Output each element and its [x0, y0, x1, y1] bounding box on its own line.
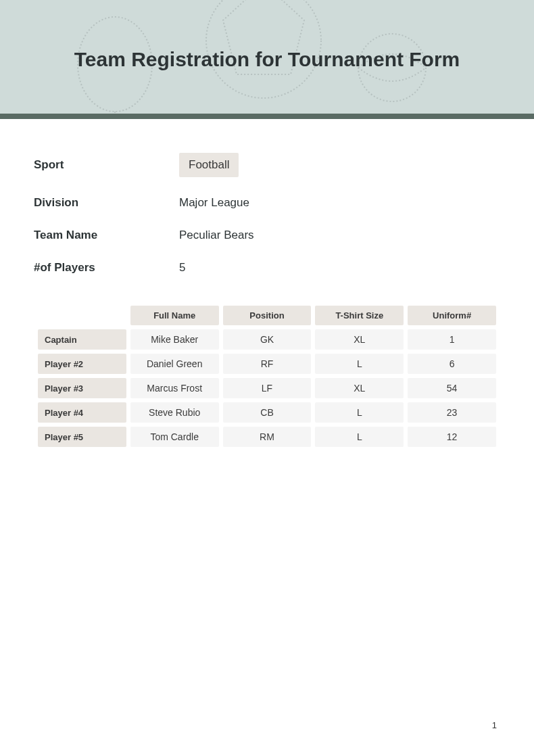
sport-label: Sport — [34, 158, 179, 172]
players-count-value: 5 — [179, 261, 185, 275]
field-players-count: #of Players 5 — [34, 261, 500, 275]
table-row: Player #4 Steve Rubio CB L 23 — [38, 402, 496, 423]
cell-position: CB — [223, 402, 312, 423]
cell-tshirt-size: XL — [315, 329, 404, 350]
table-header-tshirt-size: T-Shirt Size — [315, 306, 404, 325]
header-banner: Team Registration for Tournament Form — [0, 0, 534, 119]
field-sport: Sport Football — [34, 153, 500, 177]
table-row: Captain Mike Baker GK XL 1 — [38, 329, 496, 350]
sport-value-chip: Football — [179, 153, 239, 177]
division-label: Division — [34, 196, 179, 210]
table-header-full-name: Full Name — [130, 306, 219, 325]
table-header-row: Full Name Position T-Shirt Size Uniform# — [38, 306, 496, 325]
cell-full-name: Daniel Green — [130, 354, 219, 374]
cell-uniform: 6 — [408, 354, 496, 374]
team-name-value: Peculiar Bears — [179, 229, 254, 242]
cell-tshirt-size: L — [315, 354, 404, 374]
cell-full-name: Steve Rubio — [130, 402, 219, 423]
row-label: Captain — [38, 329, 126, 350]
cell-full-name: Marcus Frost — [130, 378, 219, 398]
cell-position: LF — [223, 378, 312, 398]
field-team-name: Team Name Peculiar Bears — [34, 229, 500, 242]
table-header-position: Position — [223, 306, 312, 325]
cell-position: GK — [223, 329, 312, 350]
team-name-label: Team Name — [34, 229, 179, 242]
row-label: Player #2 — [38, 354, 126, 374]
cell-position: RM — [223, 427, 312, 447]
cell-position: RF — [223, 354, 312, 374]
cell-uniform: 23 — [408, 402, 496, 423]
table-row: Player #3 Marcus Frost LF XL 54 — [38, 378, 496, 398]
division-value: Major League — [179, 196, 249, 210]
table-body: Captain Mike Baker GK XL 1 Player #2 Dan… — [38, 329, 496, 447]
cell-uniform: 1 — [408, 329, 496, 350]
cell-tshirt-size: L — [315, 402, 404, 423]
table-header-empty — [38, 306, 126, 325]
table-header-uniform: Uniform# — [408, 306, 496, 325]
cell-full-name: Mike Baker — [130, 329, 219, 350]
cell-uniform: 12 — [408, 427, 496, 447]
page-title: Team Registration for Tournament Form — [74, 48, 460, 71]
cell-full-name: Tom Cardle — [130, 427, 219, 447]
cell-uniform: 54 — [408, 378, 496, 398]
row-label: Player #3 — [38, 378, 126, 398]
field-division: Division Major League — [34, 196, 500, 210]
row-label: Player #5 — [38, 427, 126, 447]
table-row: Player #2 Daniel Green RF L 6 — [38, 354, 496, 374]
row-label: Player #4 — [38, 402, 126, 423]
form-content: Sport Football Division Major League Tea… — [0, 119, 534, 451]
table-row: Player #5 Tom Cardle RM L 12 — [38, 427, 496, 447]
players-table: Full Name Position T-Shirt Size Uniform#… — [34, 302, 500, 451]
players-count-label: #of Players — [34, 261, 179, 275]
cell-tshirt-size: L — [315, 427, 404, 447]
cell-tshirt-size: XL — [315, 378, 404, 398]
page-number: 1 — [492, 720, 497, 730]
